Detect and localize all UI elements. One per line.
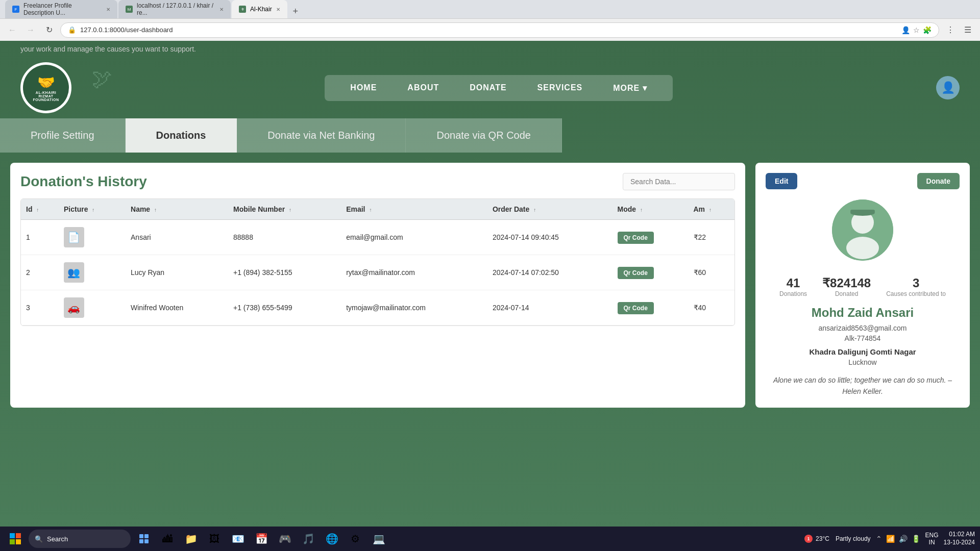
taskbar-app-dev[interactable]: 💻 — [369, 529, 389, 549]
user-account-icon[interactable]: 👤 — [936, 76, 960, 99]
browser-tab-1[interactable]: F Freelancer Profile Description U... ✕ — [5, 0, 117, 18]
cell-date-1: 2024-07-14 09:40:45 — [487, 220, 612, 255]
tab-qr-code-label: Donate via QR Code — [436, 130, 531, 141]
col-mobile[interactable]: Mobile Number ↑ — [228, 199, 341, 220]
new-tab-button[interactable]: + — [288, 4, 303, 18]
browser-toolbar: ⋮ ☰ — [943, 23, 975, 37]
task-view-icon — [139, 534, 149, 544]
tab-profile-setting[interactable]: Profile Setting — [0, 118, 126, 153]
weather-alert-icon: 1 — [804, 535, 813, 543]
col-email[interactable]: Email ↑ — [341, 199, 487, 220]
region-text: IN — [925, 539, 939, 546]
nav-about[interactable]: ABOUT — [392, 75, 454, 101]
cell-mode-1: Qr Code — [612, 220, 689, 255]
taskbar-app-mail[interactable]: 📧 — [228, 529, 248, 549]
svg-point-2 — [846, 237, 879, 259]
donate-button[interactable]: Donate — [917, 173, 960, 189]
caret-icon[interactable]: ⌃ — [876, 535, 882, 543]
svg-rect-10 — [144, 534, 149, 538]
taskbar-app-music[interactable]: 🎵 — [298, 529, 318, 549]
tab-profile-setting-label: Profile Setting — [31, 130, 94, 141]
profile-panel-header: Edit Donate — [766, 173, 960, 189]
task-view-button[interactable] — [134, 529, 154, 549]
logo-text: AL-KHAIRIRIZMAT FOUNDATION — [27, 91, 65, 102]
cell-id-3: 3 — [21, 290, 59, 325]
taskbar-app-browser[interactable]: 🌐 — [322, 529, 342, 549]
extensions-button[interactable]: ⋮ — [943, 23, 958, 37]
table-row: 3 🚗 Winifred Wooten +1 (738) 655-5499 ty… — [21, 290, 734, 325]
panel-header: Donation's History — [20, 173, 735, 190]
nav-home[interactable]: HOME — [335, 75, 392, 101]
tab-close-2[interactable]: ✕ — [219, 7, 224, 12]
profile-email: ansarizaid8563@gmail.com — [819, 324, 907, 332]
taskbar-app-settings[interactable]: ⚙ — [345, 529, 365, 549]
browser-chrome: F Freelancer Profile Description U... ✕ … — [0, 0, 980, 41]
tab-net-banking-label: Donate via Net Banking — [267, 130, 375, 141]
weather-temp: 23°C — [816, 535, 829, 542]
svg-rect-6 — [16, 533, 21, 538]
back-button[interactable]: ← — [5, 23, 19, 37]
stat-causes-count: 3 — [913, 276, 919, 290]
menu-button[interactable]: ☰ — [961, 23, 975, 37]
nav-menu: HOME ABOUT DONATE SERVICES MORE ▾ — [71, 75, 926, 101]
edit-button[interactable]: Edit — [766, 173, 797, 189]
refresh-button[interactable]: ↻ — [42, 23, 56, 37]
taskbar-search[interactable]: 🔍 Search — [29, 530, 131, 548]
table-header: Id ↑ Picture ↑ Name ↑ Mobile Number ↑ Em… — [21, 199, 734, 220]
nav-more[interactable]: MORE ▾ — [598, 75, 662, 101]
taskbar: 🔍 Search 🏙 📁 🖼 📧 📅 🎮 🎵 🌐 ⚙ 💻 1 23°C Part… — [0, 527, 980, 551]
stats-row: 41 Donations ₹824148 Donated 3 Causes co… — [779, 276, 946, 297]
start-button[interactable] — [5, 529, 26, 549]
browser-tab-3[interactable]: ⚜ Al-Khair ✕ — [232, 0, 287, 18]
clock-time: 01:02 AM — [944, 531, 975, 539]
logo[interactable]: 🤝 AL-KHAIRIRIZMAT FOUNDATION — [20, 62, 71, 113]
windows-logo-icon — [9, 533, 21, 545]
tab-close-3[interactable]: ✕ — [276, 7, 280, 12]
nav-menu-box: HOME ABOUT DONATE SERVICES MORE ▾ — [325, 75, 672, 101]
stat-causes: 3 Causes contributed to — [886, 276, 946, 297]
weather-widget[interactable]: 1 23°C Partly cloudy — [804, 535, 871, 543]
tab-net-banking[interactable]: Donate via Net Banking — [237, 118, 406, 153]
nav-donate[interactable]: DONATE — [454, 75, 522, 101]
avatar — [832, 199, 893, 261]
browser-tabs-bar: F Freelancer Profile Description U... ✕ … — [0, 0, 980, 18]
cell-mobile-3: +1 (738) 655-5499 — [228, 290, 341, 325]
col-id[interactable]: Id ↑ — [21, 199, 59, 220]
taskbar-app-photos[interactable]: 🖼 — [204, 529, 225, 549]
forward-button[interactable]: → — [23, 23, 38, 37]
stat-causes-label: Causes contributed to — [886, 290, 946, 297]
col-amount[interactable]: Am ↑ — [689, 199, 735, 220]
system-clock[interactable]: 01:02 AM 13-10-2024 — [944, 531, 975, 546]
search-input[interactable] — [623, 173, 735, 190]
col-name[interactable]: Name ↑ — [126, 199, 228, 220]
address-bar[interactable]: 🔒 127.0.0.1:8000/user-dashboard 👤 ☆ 🧩 — [60, 22, 939, 38]
lock-icon: 🔒 — [68, 26, 76, 34]
taskbar-app-calendar[interactable]: 📅 — [251, 529, 272, 549]
col-mode[interactable]: Mode ↑ — [612, 199, 689, 220]
cell-email-2: rytax@mailinator.com — [341, 255, 487, 290]
taskbar-app-puzzle[interactable]: 🎮 — [275, 529, 295, 549]
svg-rect-12 — [144, 539, 149, 543]
volume-icon[interactable]: 🔊 — [899, 535, 908, 543]
battery-icon[interactable]: 🔋 — [912, 535, 920, 543]
nav-services[interactable]: SERVICES — [522, 75, 598, 101]
cell-date-2: 2024-07-14 07:02:50 — [487, 255, 612, 290]
navbar: 🤝 AL-KHAIRIRIZMAT FOUNDATION 🕊 HOME ABOU… — [0, 57, 980, 118]
col-order-date[interactable]: Order Date ↑ — [487, 199, 612, 220]
nav-decoration-icon: 🕊 — [92, 67, 112, 90]
browser-addressbar: ← → ↻ 🔒 127.0.0.1:8000/user-dashboard 👤 … — [0, 18, 980, 41]
tab-donations[interactable]: Donations — [126, 118, 237, 153]
network-icon[interactable]: 📶 — [886, 535, 895, 543]
browser-tab-2[interactable]: M localhost / 127.0.0.1 / khair / re... … — [118, 0, 231, 18]
donations-panel: Donation's History Id ↑ Picture ↑ Name ↑… — [10, 163, 745, 408]
taskbar-app-files[interactable]: 📁 — [181, 529, 201, 549]
donations-history-title: Donation's History — [20, 173, 147, 190]
col-picture[interactable]: Picture ↑ — [59, 199, 126, 220]
language-indicator[interactable]: ENG IN — [925, 532, 939, 546]
tab-qr-code[interactable]: Donate via QR Code — [406, 118, 562, 153]
taskbar-city-icon[interactable]: 🏙 — [157, 529, 178, 549]
tab-close-1[interactable]: ✕ — [106, 7, 110, 12]
svg-rect-7 — [10, 539, 15, 544]
svg-rect-11 — [139, 539, 143, 543]
cell-picture-2: 👥 — [59, 255, 126, 290]
